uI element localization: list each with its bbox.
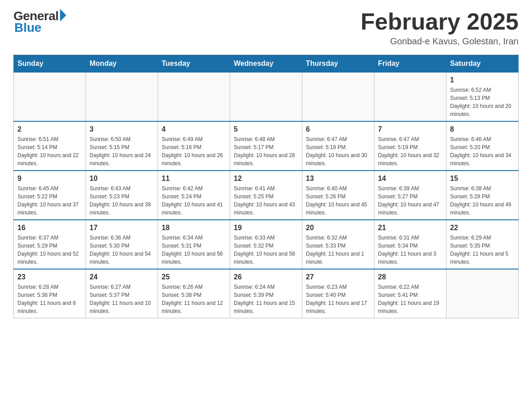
day-number: 19	[234, 224, 298, 232]
day-sun-info: Sunrise: 6:27 AM Sunset: 5:37 PM Dayligh…	[90, 283, 154, 315]
day-number: 20	[306, 224, 370, 232]
calendar-day-cell: 8Sunrise: 6:46 AM Sunset: 5:20 PM Daylig…	[446, 121, 519, 171]
calendar-day-cell: 6Sunrise: 6:47 AM Sunset: 5:18 PM Daylig…	[302, 121, 374, 171]
calendar-day-cell: 19Sunrise: 6:33 AM Sunset: 5:32 PM Dayli…	[230, 220, 302, 269]
calendar-day-cell: 17Sunrise: 6:36 AM Sunset: 5:30 PM Dayli…	[86, 220, 158, 269]
calendar-day-cell: 21Sunrise: 6:31 AM Sunset: 5:34 PM Dayli…	[374, 220, 446, 269]
day-number: 8	[450, 125, 515, 133]
calendar-day-cell	[158, 73, 230, 122]
day-number: 22	[450, 224, 515, 232]
day-number: 16	[17, 224, 82, 232]
day-sun-info: Sunrise: 6:36 AM Sunset: 5:30 PM Dayligh…	[90, 234, 154, 266]
calendar-day-cell: 16Sunrise: 6:37 AM Sunset: 5:29 PM Dayli…	[14, 220, 86, 269]
header-monday: Monday	[86, 55, 158, 73]
day-number: 27	[306, 273, 370, 281]
calendar-day-cell: 20Sunrise: 6:32 AM Sunset: 5:33 PM Dayli…	[302, 220, 374, 269]
day-sun-info: Sunrise: 6:29 AM Sunset: 5:35 PM Dayligh…	[450, 234, 515, 266]
day-number: 26	[234, 273, 298, 281]
day-number: 21	[378, 224, 442, 232]
calendar-day-cell: 28Sunrise: 6:22 AM Sunset: 5:41 PM Dayli…	[374, 269, 446, 318]
day-number: 28	[378, 273, 442, 281]
day-sun-info: Sunrise: 6:46 AM Sunset: 5:20 PM Dayligh…	[450, 135, 515, 167]
calendar-week-row: 23Sunrise: 6:28 AM Sunset: 5:36 PM Dayli…	[14, 269, 519, 318]
page-header: General Blue February 2025 Gonbad-e Kavu…	[13, 9, 519, 47]
day-sun-info: Sunrise: 6:45 AM Sunset: 5:22 PM Dayligh…	[17, 184, 82, 217]
calendar-day-cell: 14Sunrise: 6:39 AM Sunset: 5:27 PM Dayli…	[374, 171, 446, 220]
calendar-day-cell	[230, 73, 302, 122]
calendar-day-cell	[302, 73, 374, 122]
day-number: 14	[378, 175, 442, 183]
header-thursday: Thursday	[302, 55, 374, 73]
day-number: 7	[378, 125, 442, 133]
calendar-day-cell: 9Sunrise: 6:45 AM Sunset: 5:22 PM Daylig…	[14, 171, 86, 220]
calendar-week-row: 16Sunrise: 6:37 AM Sunset: 5:29 PM Dayli…	[14, 220, 519, 269]
calendar-day-cell: 10Sunrise: 6:43 AM Sunset: 5:23 PM Dayli…	[86, 171, 158, 220]
calendar-day-cell: 3Sunrise: 6:50 AM Sunset: 5:15 PM Daylig…	[86, 121, 158, 171]
day-sun-info: Sunrise: 6:28 AM Sunset: 5:36 PM Dayligh…	[17, 283, 82, 315]
day-number: 23	[17, 273, 82, 281]
day-sun-info: Sunrise: 6:38 AM Sunset: 5:28 PM Dayligh…	[450, 184, 515, 217]
calendar-day-cell: 11Sunrise: 6:42 AM Sunset: 5:24 PM Dayli…	[158, 171, 230, 220]
calendar-week-row: 1Sunrise: 6:52 AM Sunset: 5:13 PM Daylig…	[14, 73, 519, 122]
day-number: 3	[90, 125, 154, 133]
day-sun-info: Sunrise: 6:33 AM Sunset: 5:32 PM Dayligh…	[234, 234, 298, 266]
calendar-day-cell: 23Sunrise: 6:28 AM Sunset: 5:36 PM Dayli…	[14, 269, 86, 318]
day-sun-info: Sunrise: 6:41 AM Sunset: 5:25 PM Dayligh…	[234, 184, 298, 217]
header-sunday: Sunday	[14, 55, 86, 73]
calendar-day-cell	[446, 269, 519, 318]
logo-blue-text: Blue	[14, 21, 42, 35]
calendar-day-cell: 25Sunrise: 6:26 AM Sunset: 5:38 PM Dayli…	[158, 269, 230, 318]
day-sun-info: Sunrise: 6:50 AM Sunset: 5:15 PM Dayligh…	[90, 135, 154, 167]
calendar-day-cell	[14, 73, 86, 122]
day-number: 18	[162, 224, 226, 232]
calendar-day-cell: 12Sunrise: 6:41 AM Sunset: 5:25 PM Dayli…	[230, 171, 302, 220]
calendar-day-cell: 26Sunrise: 6:24 AM Sunset: 5:39 PM Dayli…	[230, 269, 302, 318]
calendar-day-cell: 1Sunrise: 6:52 AM Sunset: 5:13 PM Daylig…	[446, 73, 519, 122]
day-sun-info: Sunrise: 6:22 AM Sunset: 5:41 PM Dayligh…	[378, 283, 442, 315]
calendar-day-cell: 24Sunrise: 6:27 AM Sunset: 5:37 PM Dayli…	[86, 269, 158, 318]
day-sun-info: Sunrise: 6:32 AM Sunset: 5:33 PM Dayligh…	[306, 234, 370, 266]
calendar-day-cell: 15Sunrise: 6:38 AM Sunset: 5:28 PM Dayli…	[446, 171, 519, 220]
calendar-day-cell	[374, 73, 446, 122]
calendar-day-cell: 4Sunrise: 6:49 AM Sunset: 5:16 PM Daylig…	[158, 121, 230, 171]
day-sun-info: Sunrise: 6:34 AM Sunset: 5:31 PM Dayligh…	[162, 234, 226, 266]
logo: General Blue	[13, 9, 66, 35]
location-subtitle: Gonbad-e Kavus, Golestan, Iran	[360, 36, 519, 47]
day-sun-info: Sunrise: 6:31 AM Sunset: 5:34 PM Dayligh…	[378, 234, 442, 266]
calendar-day-cell: 13Sunrise: 6:40 AM Sunset: 5:26 PM Dayli…	[302, 171, 374, 220]
day-sun-info: Sunrise: 6:23 AM Sunset: 5:40 PM Dayligh…	[306, 283, 370, 315]
day-sun-info: Sunrise: 6:24 AM Sunset: 5:39 PM Dayligh…	[234, 283, 298, 315]
day-sun-info: Sunrise: 6:43 AM Sunset: 5:23 PM Dayligh…	[90, 184, 154, 217]
calendar-day-cell: 2Sunrise: 6:51 AM Sunset: 5:14 PM Daylig…	[14, 121, 86, 171]
header-wednesday: Wednesday	[230, 55, 302, 73]
day-sun-info: Sunrise: 6:47 AM Sunset: 5:19 PM Dayligh…	[378, 135, 442, 167]
day-number: 2	[17, 125, 82, 133]
weekday-header-row: Sunday Monday Tuesday Wednesday Thursday…	[14, 55, 519, 73]
calendar-day-cell: 22Sunrise: 6:29 AM Sunset: 5:35 PM Dayli…	[446, 220, 519, 269]
logo-triangle-icon	[60, 9, 66, 21]
calendar-day-cell: 7Sunrise: 6:47 AM Sunset: 5:19 PM Daylig…	[374, 121, 446, 171]
calendar-day-cell: 27Sunrise: 6:23 AM Sunset: 5:40 PM Dayli…	[302, 269, 374, 318]
calendar-week-row: 2Sunrise: 6:51 AM Sunset: 5:14 PM Daylig…	[14, 121, 519, 171]
day-number: 1	[450, 76, 515, 84]
day-number: 12	[234, 175, 298, 183]
calendar-table: Sunday Monday Tuesday Wednesday Thursday…	[13, 55, 519, 318]
day-sun-info: Sunrise: 6:51 AM Sunset: 5:14 PM Dayligh…	[17, 135, 82, 167]
day-sun-info: Sunrise: 6:42 AM Sunset: 5:24 PM Dayligh…	[162, 184, 226, 217]
day-number: 4	[162, 125, 226, 133]
day-number: 15	[450, 175, 515, 183]
day-sun-info: Sunrise: 6:39 AM Sunset: 5:27 PM Dayligh…	[378, 184, 442, 217]
title-block: February 2025 Gonbad-e Kavus, Golestan, …	[360, 9, 519, 47]
calendar-title: February 2025	[360, 9, 519, 34]
day-number: 17	[90, 224, 154, 232]
calendar-day-cell: 18Sunrise: 6:34 AM Sunset: 5:31 PM Dayli…	[158, 220, 230, 269]
day-number: 6	[306, 125, 370, 133]
day-sun-info: Sunrise: 6:49 AM Sunset: 5:16 PM Dayligh…	[162, 135, 226, 167]
header-friday: Friday	[374, 55, 446, 73]
day-number: 24	[90, 273, 154, 281]
day-number: 11	[162, 175, 226, 183]
header-tuesday: Tuesday	[158, 55, 230, 73]
calendar-day-cell	[86, 73, 158, 122]
calendar-week-row: 9Sunrise: 6:45 AM Sunset: 5:22 PM Daylig…	[14, 171, 519, 220]
day-number: 9	[17, 175, 82, 183]
